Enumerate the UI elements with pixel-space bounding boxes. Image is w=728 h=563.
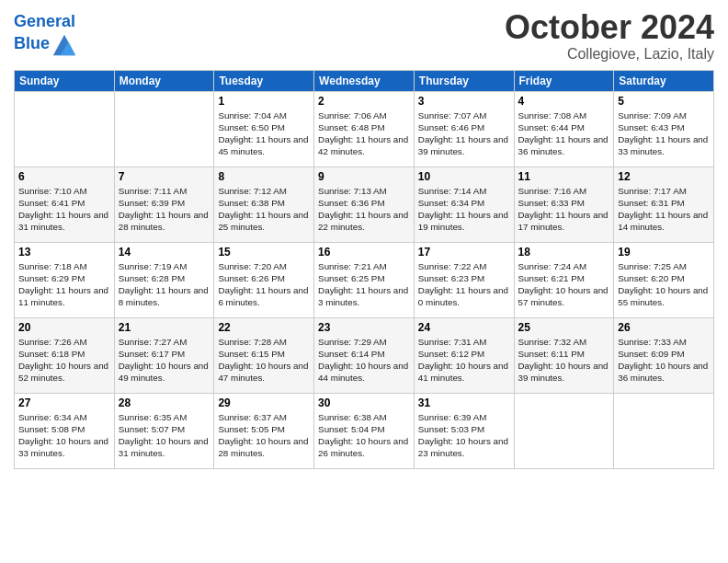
location: Collegiove, Lazio, Italy bbox=[505, 46, 714, 63]
day-info: Sunrise: 7:18 AM Sunset: 6:29 PM Dayligh… bbox=[18, 260, 110, 309]
day-info: Sunrise: 7:31 AM Sunset: 6:12 PM Dayligh… bbox=[418, 336, 510, 385]
day-info: Sunrise: 7:29 AM Sunset: 6:14 PM Dayligh… bbox=[318, 336, 410, 385]
calendar-cell: 1Sunrise: 7:04 AM Sunset: 6:50 PM Daylig… bbox=[214, 91, 314, 167]
day-number: 5 bbox=[618, 95, 710, 108]
calendar-cell: 26Sunrise: 7:33 AM Sunset: 6:09 PM Dayli… bbox=[614, 317, 714, 393]
day-info: Sunrise: 6:35 AM Sunset: 5:07 PM Dayligh… bbox=[119, 411, 210, 460]
day-number: 13 bbox=[18, 246, 110, 259]
calendar-cell: 25Sunrise: 7:32 AM Sunset: 6:11 PM Dayli… bbox=[514, 317, 614, 393]
day-info: Sunrise: 7:22 AM Sunset: 6:23 PM Dayligh… bbox=[418, 260, 510, 309]
day-info: Sunrise: 7:25 AM Sunset: 6:20 PM Dayligh… bbox=[618, 260, 710, 309]
day-number: 30 bbox=[318, 396, 410, 409]
day-info: Sunrise: 7:24 AM Sunset: 6:21 PM Dayligh… bbox=[518, 260, 610, 309]
day-number: 29 bbox=[218, 396, 310, 409]
day-number: 17 bbox=[418, 246, 510, 259]
day-info: Sunrise: 7:06 AM Sunset: 6:48 PM Dayligh… bbox=[318, 109, 410, 158]
weekday-monday: Monday bbox=[114, 70, 214, 91]
calendar-cell: 23Sunrise: 7:29 AM Sunset: 6:14 PM Dayli… bbox=[314, 317, 415, 393]
calendar-cell: 17Sunrise: 7:22 AM Sunset: 6:23 PM Dayli… bbox=[414, 242, 514, 317]
day-number: 23 bbox=[318, 321, 410, 334]
calendar-cell: 20Sunrise: 7:26 AM Sunset: 6:18 PM Dayli… bbox=[15, 317, 115, 393]
calendar-cell: 22Sunrise: 7:28 AM Sunset: 6:15 PM Dayli… bbox=[214, 317, 314, 393]
calendar-cell: 11Sunrise: 7:16 AM Sunset: 6:33 PM Dayli… bbox=[514, 167, 614, 242]
weekday-wednesday: Wednesday bbox=[314, 70, 415, 91]
day-info: Sunrise: 7:10 AM Sunset: 6:41 PM Dayligh… bbox=[18, 185, 110, 234]
day-number: 31 bbox=[418, 396, 510, 409]
calendar-cell: 6Sunrise: 7:10 AM Sunset: 6:41 PM Daylig… bbox=[15, 167, 115, 242]
day-info: Sunrise: 7:20 AM Sunset: 6:26 PM Dayligh… bbox=[218, 260, 310, 309]
calendar-cell bbox=[15, 91, 115, 167]
day-number: 27 bbox=[18, 396, 110, 409]
day-number: 24 bbox=[418, 321, 510, 334]
weekday-header-row: SundayMondayTuesdayWednesdayThursdayFrid… bbox=[15, 70, 714, 91]
calendar-cell: 14Sunrise: 7:19 AM Sunset: 6:28 PM Dayli… bbox=[114, 242, 214, 317]
day-info: Sunrise: 7:17 AM Sunset: 6:31 PM Dayligh… bbox=[618, 185, 710, 234]
day-info: Sunrise: 7:09 AM Sunset: 6:43 PM Dayligh… bbox=[618, 109, 710, 158]
day-info: Sunrise: 7:27 AM Sunset: 6:17 PM Dayligh… bbox=[119, 336, 210, 385]
day-number: 11 bbox=[518, 170, 610, 183]
day-info: Sunrise: 6:39 AM Sunset: 5:03 PM Dayligh… bbox=[418, 411, 510, 460]
logo-blue: Blue bbox=[14, 35, 50, 53]
day-info: Sunrise: 6:38 AM Sunset: 5:04 PM Dayligh… bbox=[318, 411, 410, 460]
calendar-cell: 18Sunrise: 7:24 AM Sunset: 6:21 PM Dayli… bbox=[514, 242, 614, 317]
calendar-cell bbox=[114, 91, 214, 167]
calendar-cell: 13Sunrise: 7:18 AM Sunset: 6:29 PM Dayli… bbox=[15, 242, 115, 317]
day-number: 21 bbox=[119, 321, 210, 334]
calendar-cell bbox=[614, 393, 714, 468]
day-number: 19 bbox=[618, 246, 710, 259]
day-number: 9 bbox=[318, 170, 410, 183]
week-row-0: 1Sunrise: 7:04 AM Sunset: 6:50 PM Daylig… bbox=[15, 91, 714, 167]
day-info: Sunrise: 7:16 AM Sunset: 6:33 PM Dayligh… bbox=[518, 185, 610, 234]
calendar-cell: 15Sunrise: 7:20 AM Sunset: 6:26 PM Dayli… bbox=[214, 242, 314, 317]
day-info: Sunrise: 7:28 AM Sunset: 6:15 PM Dayligh… bbox=[218, 336, 310, 385]
calendar-cell: 7Sunrise: 7:11 AM Sunset: 6:39 PM Daylig… bbox=[114, 167, 214, 242]
day-number: 22 bbox=[218, 321, 310, 334]
week-row-4: 27Sunrise: 6:34 AM Sunset: 5:08 PM Dayli… bbox=[15, 393, 714, 468]
day-info: Sunrise: 7:32 AM Sunset: 6:11 PM Dayligh… bbox=[518, 336, 610, 385]
weekday-friday: Friday bbox=[514, 70, 614, 91]
day-info: Sunrise: 7:04 AM Sunset: 6:50 PM Dayligh… bbox=[218, 109, 310, 158]
day-number: 10 bbox=[418, 170, 510, 183]
day-info: Sunrise: 6:34 AM Sunset: 5:08 PM Dayligh… bbox=[18, 411, 110, 460]
calendar-cell: 12Sunrise: 7:17 AM Sunset: 6:31 PM Dayli… bbox=[614, 167, 714, 242]
day-number: 28 bbox=[119, 396, 210, 409]
week-row-2: 13Sunrise: 7:18 AM Sunset: 6:29 PM Dayli… bbox=[15, 242, 714, 317]
title-block: October 2024 Collegiove, Lazio, Italy bbox=[505, 9, 714, 63]
weekday-saturday: Saturday bbox=[614, 70, 714, 91]
calendar-cell: 27Sunrise: 6:34 AM Sunset: 5:08 PM Dayli… bbox=[15, 393, 115, 468]
calendar-cell: 4Sunrise: 7:08 AM Sunset: 6:44 PM Daylig… bbox=[514, 91, 614, 167]
day-number: 1 bbox=[218, 95, 310, 108]
calendar-cell: 9Sunrise: 7:13 AM Sunset: 6:36 PM Daylig… bbox=[314, 167, 415, 242]
calendar-cell: 8Sunrise: 7:12 AM Sunset: 6:38 PM Daylig… bbox=[214, 167, 314, 242]
day-number: 18 bbox=[518, 246, 610, 259]
day-info: Sunrise: 7:13 AM Sunset: 6:36 PM Dayligh… bbox=[318, 185, 410, 234]
day-number: 25 bbox=[518, 321, 610, 334]
day-number: 6 bbox=[18, 170, 110, 183]
day-info: Sunrise: 7:11 AM Sunset: 6:39 PM Dayligh… bbox=[119, 185, 210, 234]
calendar-cell: 29Sunrise: 6:37 AM Sunset: 5:05 PM Dayli… bbox=[214, 393, 314, 468]
day-number: 16 bbox=[318, 246, 410, 259]
day-number: 8 bbox=[218, 170, 310, 183]
day-number: 15 bbox=[218, 246, 310, 259]
day-number: 4 bbox=[518, 95, 610, 108]
weekday-sunday: Sunday bbox=[15, 70, 115, 91]
calendar-cell: 2Sunrise: 7:06 AM Sunset: 6:48 PM Daylig… bbox=[314, 91, 415, 167]
header: General Blue October 2024 Collegiove, La… bbox=[14, 9, 714, 63]
day-number: 12 bbox=[618, 170, 710, 183]
logo-text: General bbox=[14, 13, 77, 31]
calendar-cell: 19Sunrise: 7:25 AM Sunset: 6:20 PM Dayli… bbox=[614, 242, 714, 317]
calendar-cell: 24Sunrise: 7:31 AM Sunset: 6:12 PM Dayli… bbox=[414, 317, 514, 393]
weekday-tuesday: Tuesday bbox=[214, 70, 314, 91]
day-number: 3 bbox=[418, 95, 510, 108]
day-info: Sunrise: 7:14 AM Sunset: 6:34 PM Dayligh… bbox=[418, 185, 510, 234]
calendar-cell bbox=[514, 393, 614, 468]
day-info: Sunrise: 6:37 AM Sunset: 5:05 PM Dayligh… bbox=[218, 411, 310, 460]
day-number: 2 bbox=[318, 95, 410, 108]
day-info: Sunrise: 7:21 AM Sunset: 6:25 PM Dayligh… bbox=[318, 260, 410, 309]
calendar-cell: 21Sunrise: 7:27 AM Sunset: 6:17 PM Dayli… bbox=[114, 317, 214, 393]
calendar-table: SundayMondayTuesdayWednesdayThursdayFrid… bbox=[14, 70, 714, 469]
day-number: 14 bbox=[119, 246, 210, 259]
day-number: 26 bbox=[618, 321, 710, 334]
day-info: Sunrise: 7:07 AM Sunset: 6:46 PM Dayligh… bbox=[418, 109, 510, 158]
week-row-3: 20Sunrise: 7:26 AM Sunset: 6:18 PM Dayli… bbox=[15, 317, 714, 393]
